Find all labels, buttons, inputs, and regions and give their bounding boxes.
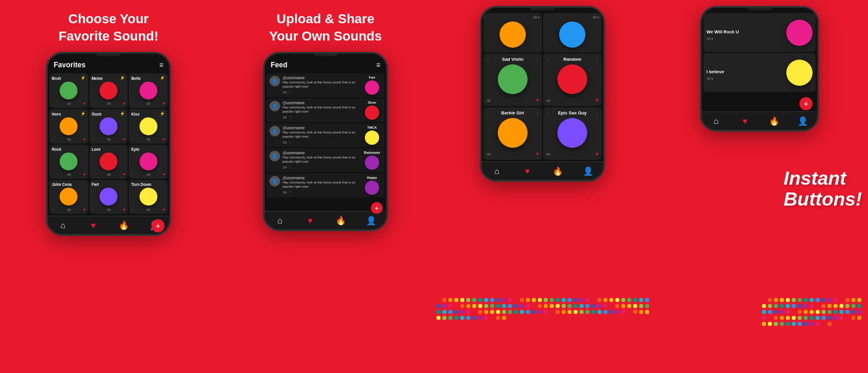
nav-heart-3[interactable]: ♥ — [522, 166, 533, 176]
nav-fire-3[interactable]: 🔥 — [553, 166, 563, 176]
nav-heart-2[interactable]: ♥ — [305, 215, 316, 226]
sound-cell[interactable]: Bells ⚡ ⋮ 3M ♥ — [129, 73, 168, 108]
panel4-sound-cell[interactable]: I believe 3M ♥ — [703, 53, 816, 92]
sound-cell[interactable]: Horn ⚡ ⋮ 3M ♥ — [49, 109, 88, 144]
panel-4-content: We Will Rock U 3M ♥ I believe 3M ♥ + ⌂ ♥… — [651, 0, 868, 373]
nav-fire[interactable]: 🔥 — [119, 220, 129, 231]
colorful-dots — [434, 296, 651, 373]
instant-buttons-text: InstantButtons! — [783, 168, 862, 210]
sound-cell[interactable]: Ouch ⚡ ⋮ 3M ♥ — [89, 109, 128, 144]
filter-icon-2[interactable]: ≡ — [376, 61, 380, 69]
sound-grid-1: Bruh ⚡ ⋮ 3M ♥ Meme ⚡ ⋮ 3M ♥ Bells ⚡ ⋮ 3M… — [48, 72, 169, 216]
panel-1-content: Favorites ≡ Bruh ⚡ ⋮ 3M ♥ Meme ⚡ ⋮ 3M ♥ … — [0, 52, 217, 373]
feed-title: Feed — [271, 61, 287, 69]
large-sound-cell[interactable]: ⋮ Random ⋮ 3M ♥ — [543, 54, 602, 106]
favorites-title: Favorites — [54, 61, 85, 69]
phone-3: 3M ♥ 3M ♥ ⋮ Sad Violin ⋮ 3M ♥ ⋮ Random ⋮… — [480, 6, 605, 182]
sound-cell[interactable]: Kiss ⚡ ⋮ 3M ♥ — [129, 109, 168, 144]
colorful-dots-4 — [760, 296, 868, 373]
nav-home-4[interactable]: ⌂ — [711, 116, 721, 126]
panel4-grid: We Will Rock U 3M ♥ I believe 3M ♥ — [702, 11, 817, 94]
sound-cell[interactable]: Bruh ⚡ ⋮ 3M ♥ — [49, 73, 88, 108]
nav-home-2[interactable]: ⌂ — [275, 215, 286, 226]
sound-cell[interactable]: Rock ⋮ 3M ♥ — [49, 145, 88, 179]
phone-3-nav: ⌂ ♥ 🔥 👤 — [482, 161, 603, 180]
nav-heart[interactable]: ♥ — [88, 220, 99, 231]
phone-4: We Will Rock U 3M ♥ I believe 3M ♥ + ⌂ ♥… — [700, 6, 819, 132]
phone-1-header: Favorites ≡ — [48, 57, 169, 72]
nav-home-3[interactable]: ⌂ — [492, 166, 503, 176]
large-btn-grid: 3M ♥ 3M ♥ ⋮ Sad Violin ⋮ 3M ♥ ⋮ Random ⋮… — [482, 11, 603, 161]
nav-home[interactable]: ⌂ — [58, 220, 69, 231]
phone-2-header: Feed ≡ — [265, 57, 386, 72]
panel-2: Upload & ShareYour Own Sounds Feed ≡ 👤 @… — [217, 0, 434, 373]
panel-3: 3M ♥ 3M ♥ ⋮ Sad Violin ⋮ 3M ♥ ⋮ Random ⋮… — [434, 0, 651, 373]
sound-cell[interactable]: Turn Down ⋮ 3M ♥ — [129, 180, 168, 214]
phone-2: Feed ≡ 👤 @username Hey community, look a… — [263, 52, 388, 231]
panel-4: We Will Rock U 3M ♥ I believe 3M ♥ + ⌂ ♥… — [651, 0, 868, 373]
large-sound-cell[interactable]: ⋮ Epic Sax Guy ⋮ 3M ♥ — [543, 107, 602, 160]
large-sound-cell[interactable]: ⋮ Sad Violin ⋮ 3M ♥ — [483, 54, 542, 106]
sound-cell[interactable]: Fart ⋮ 3M ♥ — [89, 180, 128, 214]
panel4-sound-cell[interactable]: We Will Rock U 3M ♥ — [703, 13, 816, 52]
feed-list: 👤 @username Hey community, look at this … — [265, 72, 386, 199]
phone-1: Favorites ≡ Bruh ⚡ ⋮ 3M ♥ Meme ⚡ ⋮ 3M ♥ … — [46, 52, 171, 236]
filter-icon[interactable]: ≡ — [159, 61, 163, 69]
feed-item[interactable]: 👤 @username Hey community, look at this … — [266, 123, 385, 147]
phone-2-nav: ⌂ ♥ 🔥 👤 — [265, 211, 386, 229]
feed-item[interactable]: 👤 @username Hey community, look at this … — [266, 98, 385, 122]
nav-fire-4[interactable]: 🔥 — [768, 116, 779, 126]
feed-item[interactable]: 👤 @username Hey community, look at this … — [266, 148, 385, 172]
nav-heart-4[interactable]: ♥ — [740, 116, 751, 126]
panel-2-content: Feed ≡ 👤 @username Hey community, look a… — [217, 52, 434, 373]
large-sound-cell[interactable]: ⋮ Barbie Girl ⋮ 3M ♥ — [483, 107, 542, 160]
sound-cell[interactable]: John Cena ⋮ 3M ♥ — [49, 180, 88, 214]
panel-1: Choose YourFavorite Sound! Favorites ≡ B… — [0, 0, 217, 373]
panel-3-container: 3M ♥ 3M ♥ ⋮ Sad Violin ⋮ 3M ♥ ⋮ Random ⋮… — [434, 0, 651, 373]
panel-1-title: Choose YourFavorite Sound! — [46, 0, 170, 52]
nav-fire-2[interactable]: 🔥 — [336, 215, 346, 226]
feed-item[interactable]: 👤 @username Hey community, look at this … — [266, 73, 385, 97]
sound-cell[interactable]: Meme ⚡ ⋮ 3M ♥ — [89, 73, 128, 108]
feed-item[interactable]: 👤 @username Hey community, look at this … — [266, 173, 385, 197]
sound-cell[interactable]: Epic ⋮ 3M ♥ — [129, 145, 168, 179]
nav-profile-4[interactable]: 👤 — [798, 116, 808, 126]
nav-profile-3[interactable]: 👤 — [583, 166, 594, 176]
phone-4-nav: ⌂ ♥ 🔥 👤 — [702, 111, 817, 130]
nav-profile-2[interactable]: 👤 — [366, 215, 377, 226]
sound-cell[interactable]: Love ⋮ 3M ♥ — [89, 145, 128, 179]
panel-2-title: Upload & ShareYour Own Sounds — [257, 0, 393, 52]
